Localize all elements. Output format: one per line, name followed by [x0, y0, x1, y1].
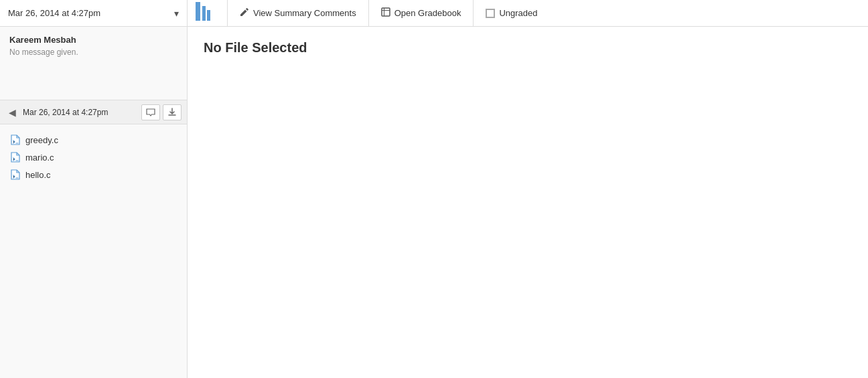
edit-icon: [240, 7, 249, 19]
file-item-greedy[interactable]: greedy.c: [5, 131, 182, 149]
comment-button[interactable]: [141, 104, 160, 120]
file-name-greedy: greedy.c: [25, 135, 58, 145]
file-list: greedy.c mario.c: [0, 124, 187, 378]
student-info-panel: Kareem Mesbah No message given.: [0, 27, 187, 100]
ungraded-checkbox-icon: [486, 9, 495, 18]
main-layout: Kareem Mesbah No message given. ◀ Mar 26…: [0, 27, 868, 378]
file-icon-mario: [9, 151, 21, 163]
main-content-area: No File Selected: [188, 27, 868, 378]
sidebar: Kareem Mesbah No message given. ◀ Mar 26…: [0, 27, 188, 378]
download-button[interactable]: [163, 104, 182, 120]
file-item-hello[interactable]: hello.c: [5, 166, 182, 183]
file-name-mario: mario.c: [25, 153, 54, 163]
submission-row: ◀ Mar 26, 2014 at 4:27pm: [0, 100, 187, 124]
no-file-heading: No File Selected: [204, 40, 852, 56]
submission-row-date: Mar 26, 2014 at 4:27pm: [21, 108, 139, 117]
svg-rect-3: [382, 8, 390, 16]
logo-area: [188, 0, 228, 26]
student-name: Kareem Mesbah: [9, 35, 177, 45]
date-dropdown-chevron[interactable]: ▾: [174, 8, 179, 19]
view-summary-comments-button[interactable]: View Summary Comments: [228, 0, 369, 26]
view-summary-label: View Summary Comments: [253, 8, 356, 18]
ungraded-button[interactable]: Ungraded: [474, 0, 549, 26]
app-logo-icon: [196, 2, 210, 24]
student-message: No message given.: [9, 48, 177, 57]
prev-submission-button[interactable]: ◀: [5, 106, 19, 119]
submission-date-header: Mar 26, 2014 at 4:27pm: [8, 8, 174, 18]
ungraded-label: Ungraded: [499, 8, 537, 18]
header-bar: Mar 26, 2014 at 4:27pm ▾ View Summary Co…: [0, 0, 868, 27]
svg-rect-0: [196, 2, 200, 21]
header-left: Mar 26, 2014 at 4:27pm ▾: [0, 0, 188, 26]
header-actions: View Summary Comments Open Gradebook Ung…: [228, 0, 868, 26]
file-name-hello: hello.c: [25, 170, 51, 180]
gradebook-icon: [381, 7, 390, 19]
file-item-mario[interactable]: mario.c: [5, 149, 182, 166]
open-gradebook-button[interactable]: Open Gradebook: [369, 0, 474, 26]
file-icon-greedy: [9, 134, 21, 146]
svg-rect-2: [207, 10, 210, 21]
open-gradebook-label: Open Gradebook: [394, 8, 461, 18]
svg-rect-1: [202, 6, 206, 21]
file-icon-hello: [9, 169, 21, 181]
